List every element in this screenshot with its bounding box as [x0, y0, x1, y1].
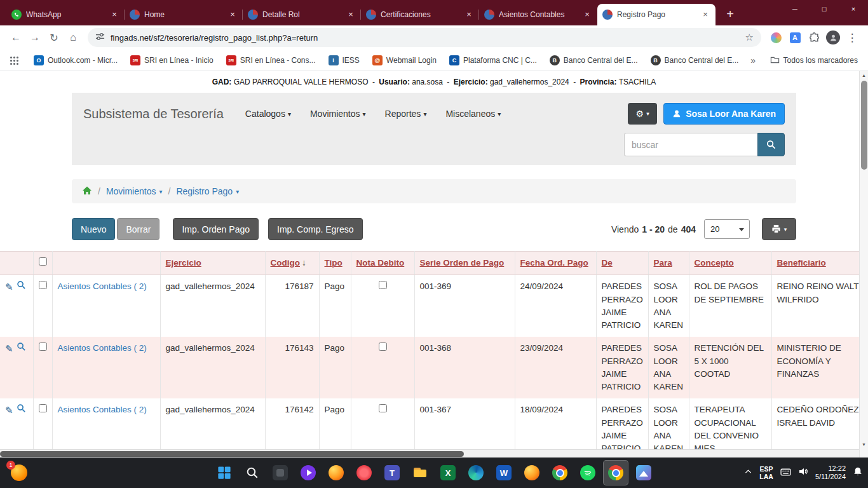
taskbar-word-app[interactable] — [491, 460, 517, 485]
taskbar-edge-app[interactable] — [463, 460, 489, 485]
volume-icon[interactable] — [798, 466, 808, 479]
hidden-icons-chevron[interactable] — [744, 467, 752, 478]
breadcrumb-movimientos[interactable]: Movimientos▾ — [106, 186, 163, 196]
language-indicator[interactable]: ESP LAA — [759, 465, 773, 480]
nota-debito-checkbox[interactable] — [379, 342, 387, 351]
new-tab-button[interactable]: + — [722, 7, 738, 22]
tab-close-icon[interactable]: × — [464, 10, 474, 20]
tab-close-icon[interactable]: × — [582, 10, 592, 20]
taskbar-widgets-app[interactable] — [268, 460, 293, 485]
edit-icon[interactable]: ✎ — [5, 405, 13, 415]
print-receipt-button[interactable]: Imp. Comp. Egreso — [268, 218, 363, 240]
tab-whatsapp[interactable]: WhatsApp × — [6, 4, 125, 25]
search-input[interactable] — [624, 133, 757, 156]
nota-debito-checkbox[interactable] — [379, 404, 387, 412]
taskbar-firefox-app-2[interactable] — [519, 460, 545, 485]
tab-certificaciones[interactable]: Certificaciones × — [361, 4, 479, 25]
search-button[interactable] — [757, 133, 785, 156]
taskbar-clipchamp-app[interactable] — [295, 460, 321, 485]
taskbar-excel-app[interactable] — [435, 460, 461, 485]
tab-close-icon[interactable]: × — [109, 10, 119, 20]
url-omnibox[interactable]: fingads.net/sf2/tesoreria/registro_pago_… — [88, 28, 761, 47]
scroll-up-icon[interactable]: ▲ — [860, 71, 868, 80]
close-window-button[interactable]: × — [839, 0, 868, 19]
tab-asientos-contables[interactable]: Asientos Contables × — [479, 4, 597, 25]
url-text[interactable]: fingads.net/sf2/tesoreria/registro_pago_… — [111, 33, 740, 43]
taskbar-spotify-app[interactable] — [575, 460, 600, 485]
horizontal-scroll-thumb[interactable] — [0, 451, 464, 457]
delete-button[interactable]: Borrar — [117, 218, 159, 240]
touch-keyboard-icon[interactable] — [780, 466, 791, 480]
taskbar-opera-app[interactable] — [351, 460, 377, 485]
column-header-link[interactable]: Nota Debito — [356, 258, 405, 268]
column-header-link[interactable]: De — [602, 258, 613, 268]
breadcrumb-registro-pago[interactable]: Registro Pago▾ — [176, 186, 239, 196]
column-header-link[interactable]: Fecha Ord. Pago — [520, 258, 588, 268]
start-button[interactable] — [212, 460, 237, 485]
bookmark-bce-2[interactable]: Banco Central del E... — [645, 53, 745, 68]
bookmark-star-icon[interactable]: ☆ — [745, 32, 754, 43]
tab-registro-pago[interactable]: Registro Pago × — [597, 4, 715, 25]
taskbar-search-button[interactable] — [240, 460, 265, 485]
row-checkbox[interactable] — [39, 342, 47, 351]
forward-icon[interactable]: → — [25, 28, 44, 47]
column-header-link[interactable]: Codigo — [271, 258, 301, 268]
new-button[interactable]: Nuevo — [72, 218, 115, 240]
column-header-link[interactable]: Ejercicio — [166, 258, 201, 268]
tab-close-icon[interactable]: × — [346, 10, 356, 20]
horizontal-scrollbar[interactable] — [0, 449, 859, 458]
row-checkbox[interactable] — [39, 281, 47, 289]
bookmarks-overflow-icon[interactable]: » — [745, 55, 761, 65]
asientos-contables-link[interactable]: Asientos Contables ( 2) — [58, 405, 147, 414]
settings-gear-button[interactable]: ⚙▾ — [628, 103, 657, 125]
view-icon[interactable] — [17, 342, 26, 355]
edit-icon[interactable]: ✎ — [5, 282, 13, 292]
vertical-scroll-thumb[interactable] — [861, 81, 867, 170]
bookmark-outlook[interactable]: Outlook.com - Micr... — [28, 53, 123, 68]
taskbar-corner-app[interactable]: 1 — [8, 460, 31, 485]
maximize-button[interactable]: □ — [810, 0, 839, 19]
select-all-checkbox[interactable] — [39, 257, 47, 266]
user-button[interactable]: Sosa Loor Ana Karen — [663, 103, 785, 125]
taskbar-chrome-app[interactable] — [547, 460, 573, 485]
asientos-contables-link[interactable]: Asientos Contables ( 2) — [58, 343, 147, 353]
all-bookmarks-button[interactable]: Todos los marcadores — [770, 55, 862, 65]
tab-close-icon[interactable]: × — [227, 10, 238, 20]
menu-catalogos[interactable]: Catalogos▾ — [245, 109, 291, 119]
print-button[interactable]: ▾ — [762, 218, 796, 240]
column-header-link[interactable]: Beneficiario — [777, 258, 826, 268]
reload-icon[interactable]: ↻ — [44, 28, 64, 47]
taskbar-chrome-active[interactable] — [603, 460, 628, 485]
translate-icon[interactable]: A — [785, 28, 804, 47]
taskbar-photos-app[interactable] — [631, 460, 656, 485]
notifications-bell-icon[interactable] — [853, 466, 863, 479]
bookmark-bce-1[interactable]: Banco Central del E... — [544, 53, 644, 68]
menu-miscelaneos[interactable]: Miscelaneos▾ — [445, 109, 501, 119]
column-header-link[interactable]: Concepto — [695, 258, 734, 268]
bookmark-iess[interactable]: IESS — [323, 53, 365, 68]
breadcrumb-home-icon[interactable] — [82, 186, 92, 198]
view-icon[interactable] — [17, 403, 26, 417]
page-size-select[interactable]: 20 — [704, 219, 750, 239]
bookmark-cnc[interactable]: Plataforma CNC | C... — [444, 53, 543, 68]
print-order-button[interactable]: Imp. Orden Pago — [173, 218, 259, 240]
browser-menu-icon[interactable]: ⋮ — [843, 28, 862, 47]
home-icon[interactable]: ⌂ — [64, 28, 83, 47]
taskbar-teams-app[interactable] — [379, 460, 405, 485]
taskbar-firefox-app[interactable] — [323, 460, 349, 485]
bookmark-sri-inicio[interactable]: SRI en Línea - Inicio — [125, 53, 219, 68]
clock[interactable]: 12:22 5/11/2024 — [815, 464, 846, 481]
menu-reportes[interactable]: Reportes▾ — [385, 109, 427, 119]
taskbar-file-explorer[interactable] — [407, 460, 433, 485]
column-header-link[interactable]: Serie Orden de Pago — [420, 258, 505, 268]
profile-avatar[interactable] — [824, 28, 843, 47]
vertical-scrollbar[interactable]: ▲ ▼ — [859, 71, 868, 458]
minimize-button[interactable]: ─ — [780, 0, 810, 19]
view-icon[interactable] — [17, 280, 26, 294]
menu-movimientos[interactable]: Movimientos▾ — [310, 109, 366, 119]
bookmark-sri-consultas[interactable]: SRI en Línea - Cons... — [220, 53, 322, 68]
asientos-contables-link[interactable]: Asientos Contables ( 2) — [58, 281, 147, 291]
tab-detalle-rol[interactable]: Detalle Rol × — [243, 4, 361, 25]
extensions-icon[interactable] — [804, 28, 824, 47]
row-checkbox[interactable] — [39, 404, 47, 412]
